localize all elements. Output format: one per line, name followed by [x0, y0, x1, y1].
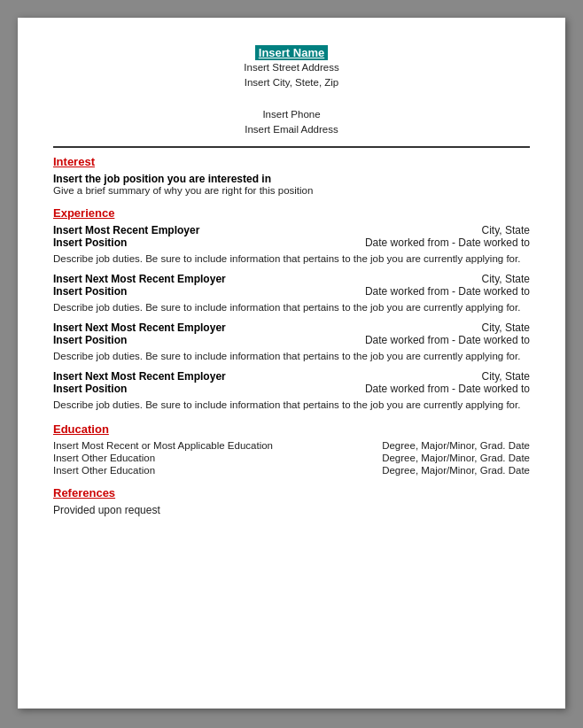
job-3-description[interactable]: Describe job duties. Be sure to include … [53, 349, 530, 363]
header-divider [53, 146, 530, 148]
edu-3-left[interactable]: Insert Other Education [53, 465, 155, 476]
job-1-description[interactable]: Describe job duties. Be sure to include … [53, 252, 530, 266]
education-title[interactable]: Education [53, 422, 530, 436]
edu-2-left[interactable]: Insert Other Education [53, 453, 155, 463]
experience-title[interactable]: Experience [53, 206, 530, 220]
edu-1-right: Degree, Major/Minor, Grad. Date [382, 440, 530, 451]
interest-section: Interest Insert the job position you are… [53, 155, 530, 196]
job-entry-2: Insert Next Most Recent Employer City, S… [53, 273, 530, 314]
interest-description[interactable]: Give a brief summary of why you are righ… [53, 185, 530, 196]
references-text: Provided upon request [53, 504, 530, 516]
interest-position[interactable]: Insert the job position you are interest… [53, 173, 530, 185]
position-1-title[interactable]: Insert Position [53, 236, 127, 249]
edu-entry-2: Insert Other Education Degree, Major/Min… [53, 453, 530, 463]
employer-4-location: City, State [482, 370, 530, 383]
city-state-zip[interactable]: Insert City, Stete, Zip [53, 75, 530, 90]
job-4-description[interactable]: Describe job duties. Be sure to include … [53, 398, 530, 412]
edu-entry-1: Insert Most Recent or Most Applicable Ed… [53, 440, 530, 451]
employer-4-name[interactable]: Insert Next Most Recent Employer [53, 370, 226, 383]
references-section: References Provided upon request [53, 486, 530, 516]
job-entry-3: Insert Next Most Recent Employer City, S… [53, 321, 530, 363]
position-3-title[interactable]: Insert Position [53, 334, 127, 346]
position-4-title[interactable]: Insert Position [53, 383, 127, 395]
name-field[interactable]: Insert Name [255, 45, 328, 60]
street-address[interactable]: Insert Street Address [53, 60, 530, 75]
employer-3-name[interactable]: Insert Next Most Recent Employer [53, 321, 226, 334]
employer-2-name[interactable]: Insert Next Most Recent Employer [53, 273, 226, 285]
phone-field[interactable]: Insert Phone [53, 107, 530, 122]
education-section: Education Insert Most Recent or Most App… [53, 422, 530, 476]
position-3-dates: Date worked from - Date worked to [365, 334, 530, 346]
employer-1-location: City, State [482, 224, 530, 236]
email-field[interactable]: Insert Email Address [53, 122, 530, 137]
interest-title[interactable]: Interest [53, 155, 530, 168]
job-entry-1: Insert Most Recent Employer City, State … [53, 224, 530, 266]
edu-entry-3: Insert Other Education Degree, Major/Min… [53, 465, 530, 476]
employer-1-name[interactable]: Insert Most Recent Employer [53, 224, 199, 236]
position-1-dates: Date worked from - Date worked to [365, 236, 530, 249]
edu-1-left[interactable]: Insert Most Recent or Most Applicable Ed… [53, 440, 273, 451]
employer-2-location: City, State [482, 273, 530, 285]
job-entry-4: Insert Next Most Recent Employer City, S… [53, 370, 530, 412]
position-2-title[interactable]: Insert Position [53, 285, 127, 298]
employer-3-location: City, State [482, 321, 530, 334]
position-4-dates: Date worked from - Date worked to [365, 383, 530, 395]
job-2-description[interactable]: Describe job duties. Be sure to include … [53, 300, 530, 314]
experience-section: Experience Insert Most Recent Employer C… [53, 206, 530, 412]
edu-3-right: Degree, Major/Minor, Grad. Date [382, 465, 530, 476]
position-2-dates: Date worked from - Date worked to [365, 285, 530, 298]
resume-page: Insert Name Insert Street Address Insert… [18, 18, 565, 709]
edu-2-right: Degree, Major/Minor, Grad. Date [382, 453, 530, 463]
references-title[interactable]: References [53, 486, 530, 500]
header: Insert Name Insert Street Address Insert… [53, 44, 530, 137]
